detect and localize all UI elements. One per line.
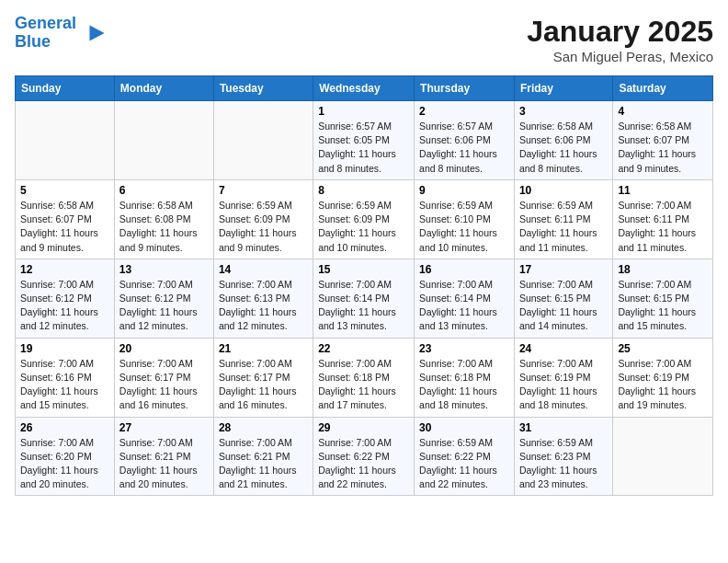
calendar-cell: 21Sunrise: 7:00 AM Sunset: 6:17 PM Dayli…: [213, 338, 313, 417]
day-info: Sunrise: 6:59 AM Sunset: 6:09 PM Dayligh…: [219, 199, 308, 255]
calendar-cell: 5Sunrise: 6:58 AM Sunset: 6:07 PM Daylig…: [16, 179, 115, 259]
day-number: 13: [119, 263, 209, 276]
day-number: 5: [20, 184, 109, 197]
day-number: 26: [20, 421, 109, 434]
day-info: Sunrise: 7:00 AM Sunset: 6:14 PM Dayligh…: [318, 278, 409, 334]
calendar-cell: 7Sunrise: 6:59 AM Sunset: 6:09 PM Daylig…: [213, 179, 313, 259]
day-info: Sunrise: 7:00 AM Sunset: 6:17 PM Dayligh…: [119, 357, 209, 413]
calendar-cell: 16Sunrise: 7:00 AM Sunset: 6:14 PM Dayli…: [415, 259, 515, 338]
calendar-cell: 31Sunrise: 6:59 AM Sunset: 6:23 PM Dayli…: [514, 417, 612, 496]
calendar-cell: 28Sunrise: 7:00 AM Sunset: 6:21 PM Dayli…: [213, 417, 313, 496]
day-number: 18: [618, 263, 708, 276]
calendar-cell: 20Sunrise: 7:00 AM Sunset: 6:17 PM Dayli…: [114, 338, 213, 417]
calendar-cell: 30Sunrise: 6:59 AM Sunset: 6:22 PM Dayli…: [415, 417, 515, 496]
weekday-header-saturday: Saturday: [613, 76, 713, 101]
calendar-cell: 6Sunrise: 6:58 AM Sunset: 6:08 PM Daylig…: [114, 179, 213, 259]
month-year-title: January 2025: [527, 15, 713, 49]
day-info: Sunrise: 7:00 AM Sunset: 6:21 PM Dayligh…: [219, 436, 308, 492]
day-info: Sunrise: 7:00 AM Sunset: 6:17 PM Dayligh…: [219, 357, 308, 413]
day-number: 12: [20, 263, 109, 276]
day-number: 3: [519, 105, 608, 118]
day-number: 11: [618, 184, 708, 197]
day-number: 21: [219, 342, 308, 355]
title-block: January 2025 San Miguel Peras, Mexico: [527, 15, 713, 64]
calendar-cell: 23Sunrise: 7:00 AM Sunset: 6:18 PM Dayli…: [415, 338, 515, 417]
day-number: 1: [318, 105, 409, 118]
location-subtitle: San Miguel Peras, Mexico: [527, 49, 713, 64]
day-info: Sunrise: 7:00 AM Sunset: 6:11 PM Dayligh…: [618, 199, 708, 255]
svg-marker-0: [90, 25, 105, 40]
calendar-cell: 27Sunrise: 7:00 AM Sunset: 6:21 PM Dayli…: [114, 417, 213, 496]
day-number: 25: [618, 342, 708, 355]
day-info: Sunrise: 7:00 AM Sunset: 6:19 PM Dayligh…: [618, 357, 708, 413]
day-info: Sunrise: 7:00 AM Sunset: 6:19 PM Dayligh…: [519, 357, 608, 413]
calendar-cell: 18Sunrise: 7:00 AM Sunset: 6:15 PM Dayli…: [613, 259, 713, 338]
weekday-header-monday: Monday: [114, 76, 213, 101]
day-info: Sunrise: 6:59 AM Sunset: 6:09 PM Dayligh…: [318, 199, 409, 255]
day-number: 31: [519, 421, 608, 434]
logo-icon: [80, 20, 106, 46]
day-info: Sunrise: 7:00 AM Sunset: 6:16 PM Dayligh…: [20, 357, 109, 413]
calendar-cell: 26Sunrise: 7:00 AM Sunset: 6:20 PM Dayli…: [16, 417, 115, 496]
day-info: Sunrise: 6:58 AM Sunset: 6:08 PM Dayligh…: [119, 199, 209, 255]
calendar-cell: [16, 101, 115, 180]
day-info: Sunrise: 6:57 AM Sunset: 6:05 PM Dayligh…: [318, 120, 409, 176]
calendar-week-row: 12Sunrise: 7:00 AM Sunset: 6:12 PM Dayli…: [16, 259, 713, 338]
day-number: 2: [419, 105, 509, 118]
day-info: Sunrise: 7:00 AM Sunset: 6:13 PM Dayligh…: [219, 278, 308, 334]
day-number: 6: [119, 184, 209, 197]
calendar-table: SundayMondayTuesdayWednesdayThursdayFrid…: [15, 75, 713, 496]
day-info: Sunrise: 7:00 AM Sunset: 6:18 PM Dayligh…: [318, 357, 409, 413]
calendar-week-row: 19Sunrise: 7:00 AM Sunset: 6:16 PM Dayli…: [16, 338, 713, 417]
calendar-cell: 8Sunrise: 6:59 AM Sunset: 6:09 PM Daylig…: [313, 179, 415, 259]
day-number: 4: [618, 105, 708, 118]
calendar-cell: 24Sunrise: 7:00 AM Sunset: 6:19 PM Dayli…: [514, 338, 612, 417]
day-info: Sunrise: 6:59 AM Sunset: 6:11 PM Dayligh…: [519, 199, 608, 255]
day-number: 15: [318, 263, 409, 276]
day-number: 20: [119, 342, 209, 355]
weekday-header-tuesday: Tuesday: [213, 76, 313, 101]
calendar-week-row: 26Sunrise: 7:00 AM Sunset: 6:20 PM Dayli…: [16, 417, 713, 496]
day-info: Sunrise: 7:00 AM Sunset: 6:12 PM Dayligh…: [119, 278, 209, 334]
calendar-cell: 9Sunrise: 6:59 AM Sunset: 6:10 PM Daylig…: [415, 179, 515, 259]
calendar-cell: 13Sunrise: 7:00 AM Sunset: 6:12 PM Dayli…: [114, 259, 213, 338]
day-number: 16: [419, 263, 509, 276]
day-number: 22: [318, 342, 409, 355]
day-number: 28: [219, 421, 308, 434]
day-info: Sunrise: 7:00 AM Sunset: 6:14 PM Dayligh…: [419, 278, 509, 334]
calendar-cell: 19Sunrise: 7:00 AM Sunset: 6:16 PM Dayli…: [16, 338, 115, 417]
calendar-week-row: 1Sunrise: 6:57 AM Sunset: 6:05 PM Daylig…: [16, 101, 713, 180]
day-number: 29: [318, 421, 409, 434]
day-info: Sunrise: 7:00 AM Sunset: 6:15 PM Dayligh…: [618, 278, 708, 334]
day-number: 9: [419, 184, 509, 197]
logo-text: GeneralBlue: [15, 15, 76, 52]
day-number: 14: [219, 263, 308, 276]
calendar-week-row: 5Sunrise: 6:58 AM Sunset: 6:07 PM Daylig…: [16, 179, 713, 259]
calendar-cell: 3Sunrise: 6:58 AM Sunset: 6:06 PM Daylig…: [514, 101, 612, 180]
calendar-cell: 2Sunrise: 6:57 AM Sunset: 6:06 PM Daylig…: [415, 101, 515, 180]
day-number: 27: [119, 421, 209, 434]
calendar-cell: 1Sunrise: 6:57 AM Sunset: 6:05 PM Daylig…: [313, 101, 415, 180]
calendar-cell: 25Sunrise: 7:00 AM Sunset: 6:19 PM Dayli…: [613, 338, 713, 417]
calendar-cell: 12Sunrise: 7:00 AM Sunset: 6:12 PM Dayli…: [16, 259, 115, 338]
page-header: GeneralBlue January 2025 San Miguel Pera…: [15, 15, 713, 64]
day-info: Sunrise: 7:00 AM Sunset: 6:15 PM Dayligh…: [519, 278, 608, 334]
day-number: 7: [219, 184, 308, 197]
calendar-cell: 22Sunrise: 7:00 AM Sunset: 6:18 PM Dayli…: [313, 338, 415, 417]
day-info: Sunrise: 6:58 AM Sunset: 6:06 PM Dayligh…: [519, 120, 608, 176]
calendar-cell: [613, 417, 713, 496]
day-number: 17: [519, 263, 608, 276]
calendar-cell: [213, 101, 313, 180]
day-number: 24: [519, 342, 608, 355]
weekday-header-wednesday: Wednesday: [313, 76, 415, 101]
calendar-cell: 10Sunrise: 6:59 AM Sunset: 6:11 PM Dayli…: [514, 179, 612, 259]
day-number: 19: [20, 342, 109, 355]
calendar-cell: 4Sunrise: 6:58 AM Sunset: 6:07 PM Daylig…: [613, 101, 713, 180]
day-info: Sunrise: 6:59 AM Sunset: 6:22 PM Dayligh…: [419, 436, 509, 492]
calendar-cell: 17Sunrise: 7:00 AM Sunset: 6:15 PM Dayli…: [514, 259, 612, 338]
calendar-cell: [114, 101, 213, 180]
weekday-header-thursday: Thursday: [415, 76, 515, 101]
weekday-header-sunday: Sunday: [16, 76, 115, 101]
calendar-cell: 29Sunrise: 7:00 AM Sunset: 6:22 PM Dayli…: [313, 417, 415, 496]
calendar-cell: 11Sunrise: 7:00 AM Sunset: 6:11 PM Dayli…: [613, 179, 713, 259]
